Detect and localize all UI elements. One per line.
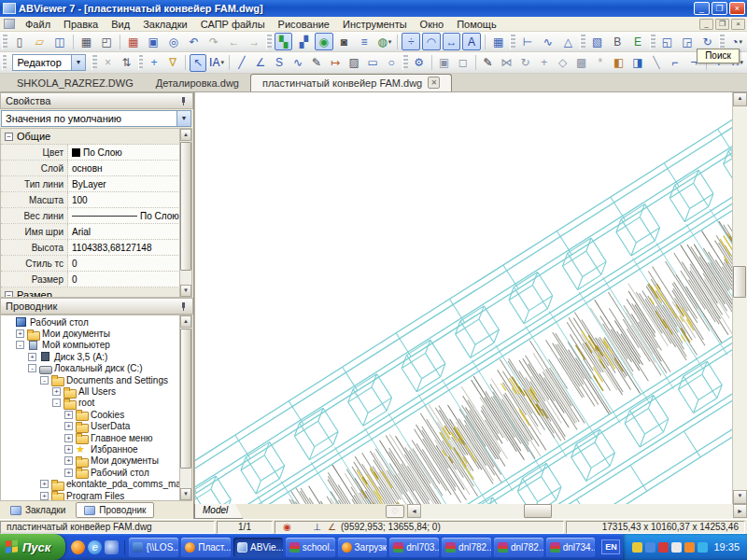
child-restore-button[interactable]: ❐ xyxy=(715,19,729,30)
property-row[interactable]: Масшта100 xyxy=(1,192,191,208)
tree-item[interactable]: +Рабочий стол xyxy=(1,467,191,478)
tree-item[interactable]: +All Users xyxy=(1,385,191,397)
ungroup-button[interactable]: ◻ xyxy=(455,54,472,72)
scroll-left-icon[interactable]: ◄ xyxy=(407,504,421,518)
split-view-button[interactable]: ⇅ xyxy=(119,54,135,72)
taskbar-task[interactable]: dnl703... xyxy=(389,538,439,557)
layout-list-button[interactable]: ♡ xyxy=(386,505,404,518)
property-value[interactable]: По Слою xyxy=(68,147,191,158)
back-button[interactable]: ← xyxy=(225,33,244,50)
collapse-icon[interactable]: − xyxy=(5,133,13,141)
dropdown-icon[interactable]: ▾ xyxy=(388,38,392,46)
panel-tab-закладки[interactable]: Закладки xyxy=(2,502,74,518)
forward-button[interactable]: → xyxy=(245,33,263,50)
dimension-tool-button[interactable]: ↦ xyxy=(327,54,344,72)
expand-icon[interactable]: + xyxy=(40,480,49,488)
dropdown-icon[interactable]: ▾ xyxy=(739,38,742,46)
add-entity-button[interactable]: + xyxy=(146,54,162,72)
expand-icon[interactable]: + xyxy=(64,434,73,442)
start-button[interactable]: Пуск xyxy=(0,534,65,560)
page-setup-button[interactable]: ▣ xyxy=(144,33,162,50)
table-settings-button[interactable]: ▦ xyxy=(124,33,143,50)
property-value[interactable]: основн xyxy=(68,163,191,174)
properties-preset-combo[interactable]: Значения по умолчанию ▼ xyxy=(1,110,191,127)
dropdown-icon[interactable]: ▾ xyxy=(740,59,743,66)
expand-icon[interactable]: + xyxy=(16,329,24,338)
expand-icon[interactable]: + xyxy=(52,387,61,396)
collapse-icon[interactable]: - xyxy=(28,364,36,372)
box-closed-button[interactable]: ◨ xyxy=(629,54,646,72)
dropdown-icon[interactable]: ▾ xyxy=(220,59,224,66)
move-button[interactable]: + xyxy=(536,54,553,72)
image-button[interactable]: ▩ xyxy=(573,54,590,72)
select-cursor-button[interactable]: ↖ xyxy=(190,54,206,72)
view-pan-button[interactable]: ▞ xyxy=(294,33,313,50)
property-row[interactable]: Вес линиПо Слою xyxy=(1,208,191,224)
explode-button[interactable]: * xyxy=(592,54,609,72)
rotate-button[interactable]: ↻ xyxy=(517,54,534,72)
scale-button[interactable]: ◇ xyxy=(555,54,571,72)
export-emf-button[interactable]: E xyxy=(628,33,647,50)
circle-tool-button[interactable]: ○ xyxy=(383,54,400,72)
measure-length-button[interactable]: ⊢ xyxy=(518,33,537,50)
property-value[interactable]: 0 xyxy=(68,259,191,269)
marker-tool-button[interactable]: ✎ xyxy=(308,54,325,72)
tree-item[interactable]: -root xyxy=(1,398,191,409)
copy-entities-button[interactable]: ◱ xyxy=(658,33,677,50)
doc-tab-inactive[interactable]: Деталировка.dwg xyxy=(145,76,250,91)
restore-button[interactable]: ❐ xyxy=(712,2,727,15)
pin-icon[interactable] xyxy=(179,97,188,105)
hatch-tool-button[interactable]: ▨ xyxy=(345,54,362,72)
tree-item[interactable]: -Локальный диск (C:) xyxy=(1,363,191,374)
alert-shield-icon[interactable] xyxy=(658,542,669,553)
scroll-right-icon[interactable]: ► xyxy=(733,504,747,518)
tree-item[interactable]: +Главное меню xyxy=(1,432,191,443)
scroll-down-icon[interactable]: ▼ xyxy=(733,490,747,504)
property-row[interactable]: Имя шриArial xyxy=(1,224,191,240)
eyedropper-button[interactable]: ╲ xyxy=(648,54,665,72)
scroll-thumb[interactable] xyxy=(524,504,552,518)
export-bmp-button[interactable]: B xyxy=(609,33,627,50)
freehand-tool-button[interactable]: ∿ xyxy=(289,54,306,72)
print-preview-button[interactable]: ◰ xyxy=(97,33,116,50)
expand-icon[interactable]: + xyxy=(64,411,73,419)
spline-tool-button[interactable]: S xyxy=(271,54,288,72)
collapse-icon[interactable]: - xyxy=(40,376,49,385)
property-row[interactable]: Высота1104383,68127148 xyxy=(1,240,191,256)
expand-icon[interactable]: + xyxy=(64,422,73,430)
editor-combo[interactable]: Редактор▼ xyxy=(12,54,86,71)
line-tool-button[interactable]: ╱ xyxy=(233,54,250,72)
minimize-button[interactable]: _ xyxy=(694,2,710,15)
explorer-scrollbar[interactable]: ▲ ▼ xyxy=(179,315,191,500)
taskbar-task[interactable]: school.... xyxy=(286,538,335,557)
polyline-tool-button[interactable]: ∠ xyxy=(252,54,269,72)
media-player-icon[interactable] xyxy=(105,540,119,554)
property-group-row[interactable]: −Общие xyxy=(1,129,191,145)
cursor-tool-icon[interactable] xyxy=(671,542,682,553)
property-value[interactable]: 100 xyxy=(68,195,191,205)
close-button[interactable]: × xyxy=(729,2,745,15)
measure-area-button[interactable]: △ xyxy=(558,33,577,50)
snap-icon[interactable]: ◉ xyxy=(281,522,293,532)
tree-item[interactable]: +Мои документы xyxy=(1,455,191,467)
menu-помощь[interactable]: Помощь xyxy=(450,18,503,31)
child-close-button[interactable]: × xyxy=(731,19,745,30)
expand-icon[interactable]: + xyxy=(64,445,73,454)
zoom-document-button[interactable]: ◎ xyxy=(164,33,183,50)
text-mode-button[interactable]: A xyxy=(462,33,481,50)
canvas-vertical-scrollbar[interactable]: ▲ ▼ xyxy=(732,92,747,504)
panel-tab-проводник[interactable]: Проводник xyxy=(76,502,154,518)
pen-edit-button[interactable]: ✎ xyxy=(480,54,497,72)
taskbar-task[interactable]: Пласт... xyxy=(181,538,231,557)
tree-item[interactable]: +★Избранное xyxy=(1,443,191,455)
doc-tab-inactive[interactable]: SHKOLA_RAZREZ.DWG xyxy=(6,76,145,91)
arc-mode-button[interactable]: ◠ xyxy=(422,33,441,50)
delete-button[interactable]: × xyxy=(100,54,117,72)
open-file-button[interactable]: ▱ xyxy=(30,33,49,50)
tree-item[interactable]: +ekontakte_pda_comms_mac xyxy=(1,478,191,489)
select-region-button[interactable]: ▧ xyxy=(588,33,607,50)
property-row[interactable]: Тип линиByLayer xyxy=(1,176,191,192)
property-value[interactable]: ByLayer xyxy=(68,179,191,189)
menu-инструменты[interactable]: Инструменты xyxy=(336,18,414,31)
tree-item[interactable]: +UserData xyxy=(1,421,191,432)
